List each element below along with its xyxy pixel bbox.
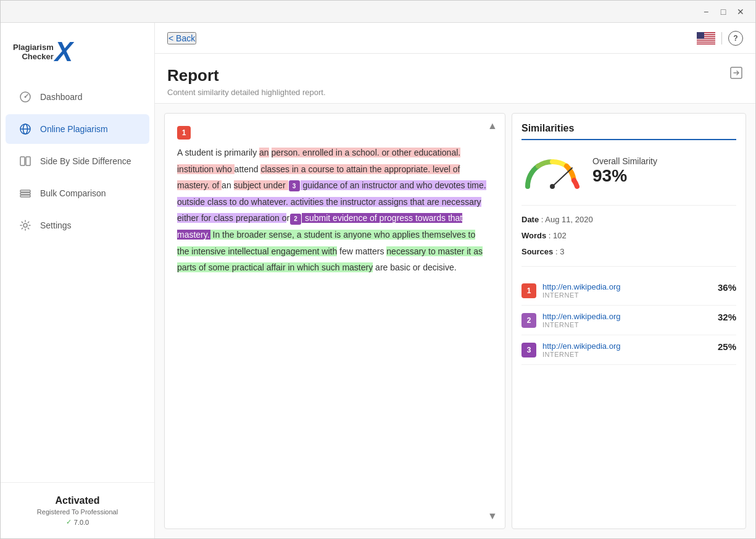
logo-line2: Checker — [13, 52, 54, 61]
svg-rect-15 — [697, 38, 715, 40]
checkmark-icon: ✓ — [66, 518, 72, 526]
version-label: ✓ 7.0.0 — [13, 518, 142, 526]
bulk-comparison-label: Bulk Comparison — [40, 188, 106, 198]
overall-similarity-pct: 93% — [592, 166, 657, 186]
source-item-2: 2 http://en.wikipedia.org INTERNET 32% — [521, 306, 736, 335]
overall-similarity-label: Overall Similarity — [592, 156, 657, 166]
dashboard-label: Dashboard — [40, 92, 83, 102]
text-or: r — [286, 213, 289, 223]
svg-point-10 — [23, 224, 27, 227]
text-few: few matters — [337, 246, 386, 256]
source-info-1: http://en.wikipedia.org INTERNET — [542, 282, 712, 299]
help-button[interactable]: ? — [728, 31, 743, 46]
text-of: an — [222, 180, 233, 190]
svg-rect-8 — [20, 193, 30, 194]
similarities-tab[interactable]: Similarities — [521, 123, 736, 140]
maximize-button[interactable]: □ — [715, 3, 732, 20]
overall-text: Overall Similarity 93% — [592, 156, 657, 186]
inline-badge-3: 3 — [289, 180, 300, 191]
sidebar-item-online-plagiarism[interactable]: Online Plagiarism — [6, 114, 149, 144]
sidebar-item-settings[interactable]: Settings — [6, 211, 149, 240]
source-type-1: INTERNET — [542, 291, 712, 299]
logo-line1: Plagiarism — [13, 43, 54, 52]
source-info-2: http://en.wikipedia.org INTERNET — [542, 312, 712, 328]
titlebar: − □ ✕ — [1, 1, 755, 23]
svg-rect-7 — [20, 190, 30, 192]
sidebar-item-dashboard[interactable]: Dashboard — [6, 82, 149, 112]
source-url-2[interactable]: http://en.wikipedia.org — [542, 312, 712, 321]
side-by-side-label: Side By Side Difference — [40, 156, 131, 166]
source-item-1: 1 http://en.wikipedia.org INTERNET 36% — [521, 276, 736, 306]
svg-rect-6 — [26, 157, 30, 165]
settings-label: Settings — [40, 220, 72, 230]
activated-label: Activated — [13, 495, 142, 506]
text-scroll-area[interactable]: 1 A student is primarily an person. enro… — [165, 114, 505, 529]
text-attend: attend — [235, 164, 261, 174]
svg-rect-16 — [697, 40, 715, 41]
source-type-2: INTERNET — [542, 321, 712, 328]
bulk-icon — [18, 186, 33, 201]
similarity-panel: Similarities — [512, 113, 746, 529]
online-plagiarism-label: Online Plagiarism — [40, 124, 108, 134]
meta-date: Date : Aug 11, 2020 — [521, 212, 736, 228]
gauge-container — [521, 149, 583, 193]
svg-line-20 — [552, 168, 572, 186]
source-url-3[interactable]: http://en.wikipedia.org — [542, 341, 712, 351]
topbar-divider — [721, 32, 722, 44]
source-pct-1: 36% — [718, 282, 736, 293]
meta-words: Words : 102 — [521, 228, 736, 244]
content-area: < Back ? — [155, 23, 755, 538]
source-badge-item-3: 3 — [521, 343, 536, 357]
source-type-3: INTERNET — [542, 351, 712, 358]
report-header: Report Content similarity detailed highl… — [155, 54, 755, 104]
logo-area: Plagiarism Checker X — [1, 29, 154, 81]
text-segment-2 — [269, 148, 272, 157]
dashboard-icon — [18, 90, 33, 104]
source-badge-item-1: 1 — [521, 283, 536, 298]
topbar-right: ? — [697, 31, 743, 46]
diff-icon — [18, 154, 33, 169]
source-url-1[interactable]: http://en.wikipedia.org — [542, 282, 712, 291]
svg-rect-18 — [697, 32, 704, 39]
export-button[interactable] — [729, 66, 743, 82]
hl-practical: of some practical affair in which such m… — [199, 262, 373, 272]
sidebar-item-side-by-side[interactable]: Side By Side Difference — [6, 146, 149, 176]
meta-info: Date : Aug 11, 2020 Words : 102 Sources … — [521, 205, 736, 267]
text-are: are basic or decisive. — [373, 262, 456, 272]
meta-sources: Sources : 3 — [521, 244, 736, 260]
logo-x: X — [55, 38, 73, 65]
sidebar: Plagiarism Checker X Dashboard — [1, 23, 155, 538]
source-pct-3: 25% — [718, 341, 736, 352]
close-button[interactable]: ✕ — [732, 3, 749, 20]
report-subtitle: Content similarity detailed highlighted … — [167, 88, 326, 97]
source-badge-1: 1 — [177, 126, 191, 140]
settings-icon — [18, 218, 33, 233]
minimize-button[interactable]: − — [697, 3, 715, 20]
source-badge-item-2: 2 — [521, 313, 536, 328]
back-button[interactable]: < Back — [167, 32, 196, 44]
registered-label: Registered To Professional — [13, 508, 142, 516]
scroll-down-button[interactable]: ▼ — [485, 509, 500, 524]
gauge-area: Overall Similarity 93% — [521, 149, 736, 193]
svg-point-1 — [25, 96, 27, 98]
svg-rect-17 — [697, 42, 715, 43]
flag-icon — [697, 32, 715, 44]
source-info-3: http://en.wikipedia.org INTERNET — [542, 341, 712, 358]
report-body: ▲ 1 A student is primarily an person. en… — [155, 104, 755, 538]
sidebar-item-bulk-comparison[interactable]: Bulk Comparison — [6, 178, 149, 208]
report-title: Report — [167, 66, 326, 85]
source-pct-2: 32% — [718, 312, 736, 322]
hl-an: an — [259, 148, 269, 157]
svg-point-21 — [550, 184, 555, 189]
globe-icon — [18, 122, 33, 136]
inline-badge-2: 2 — [290, 214, 301, 225]
version-number: 7.0.0 — [74, 519, 89, 526]
text-segment-1: A student is primarily — [177, 148, 259, 157]
hl-subject: subject under — [234, 180, 288, 190]
svg-rect-9 — [20, 195, 30, 197]
source-item-3: 3 http://en.wikipedia.org INTERNET 25% — [521, 335, 736, 365]
topbar: < Back ? — [155, 23, 755, 54]
scroll-up-button[interactable]: ▲ — [485, 119, 500, 133]
svg-rect-5 — [20, 157, 25, 165]
text-panel: ▲ 1 A student is primarily an person. en… — [164, 113, 505, 529]
